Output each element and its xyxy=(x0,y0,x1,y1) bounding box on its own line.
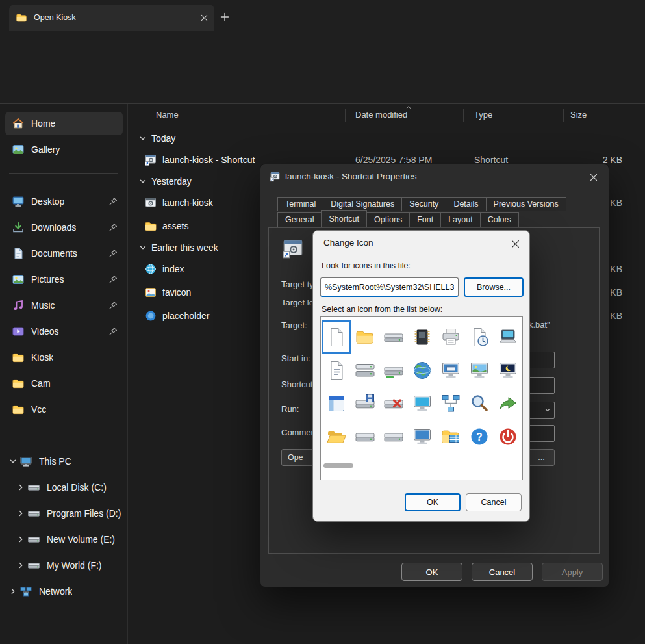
browse-button[interactable]: Browse... xyxy=(464,277,524,297)
sidebar-item-gallery[interactable]: Gallery xyxy=(5,138,123,161)
tab-shortcut[interactable]: Shortcut xyxy=(321,210,367,227)
chevron-right-icon[interactable] xyxy=(17,483,25,491)
icon-cell[interactable] xyxy=(465,387,494,420)
sidebar-item-documents[interactable]: Documents xyxy=(5,242,123,265)
sidebar-item-this-pc[interactable]: This PC xyxy=(5,450,123,473)
shortcut-key-field-fragment[interactable] xyxy=(528,377,555,394)
icon-cell[interactable] xyxy=(379,387,408,420)
column-size[interactable]: Size xyxy=(570,110,587,120)
explorer-tab[interactable]: Open Kiosk xyxy=(9,5,214,31)
chevron-down-icon[interactable] xyxy=(139,177,147,185)
column-divider[interactable] xyxy=(463,109,464,122)
icon-cell[interactable] xyxy=(351,320,379,354)
icon-cell[interactable] xyxy=(322,354,351,387)
icon-cell[interactable] xyxy=(408,387,436,420)
column-name[interactable]: Name xyxy=(156,110,179,120)
ok-button[interactable]: OK xyxy=(405,493,461,511)
cancel-button[interactable]: Cancel xyxy=(466,493,522,511)
chevron-right-icon[interactable] xyxy=(17,509,25,517)
group-label: Today xyxy=(151,133,175,144)
tab-details[interactable]: Details xyxy=(446,197,486,211)
sidebar-item-desktop[interactable]: Desktop xyxy=(5,190,123,213)
chevron-right-icon[interactable] xyxy=(17,535,25,543)
drive-icon xyxy=(27,481,40,494)
close-button[interactable] xyxy=(587,170,601,185)
icon-cell[interactable] xyxy=(351,387,379,420)
comment-field-fragment[interactable] xyxy=(528,425,555,442)
icon-cell[interactable] xyxy=(322,320,351,354)
chevron-down-icon[interactable] xyxy=(139,135,147,142)
sidebar-item-vcc[interactable]: Vcc xyxy=(5,398,123,421)
tab-general[interactable]: General xyxy=(277,212,322,227)
icon-cell[interactable] xyxy=(408,320,436,354)
sidebar-item-my-world-f[interactable]: My World (F:) xyxy=(5,554,123,577)
cancel-button[interactable]: Cancel xyxy=(472,563,533,581)
ok-button[interactable]: OK xyxy=(401,563,462,581)
sidebar-item-pictures[interactable]: Pictures xyxy=(5,268,123,291)
sidebar-item-new-volume-e[interactable]: New Volume (E:) xyxy=(5,528,123,551)
tab-colors[interactable]: Colors xyxy=(480,212,519,227)
chevron-right-icon[interactable] xyxy=(9,587,17,595)
sidebar-item-home[interactable]: Home xyxy=(5,112,123,135)
file-name: launch-kiosk xyxy=(162,198,213,208)
icon-cell[interactable] xyxy=(322,420,351,453)
column-divider[interactable] xyxy=(563,109,564,122)
icon-cell[interactable] xyxy=(494,420,522,453)
icon-cell[interactable] xyxy=(436,354,465,387)
sidebar-item-downloads[interactable]: Downloads xyxy=(5,216,123,239)
icon-cell[interactable] xyxy=(436,387,465,420)
close-button[interactable] xyxy=(507,236,523,251)
icon-cell[interactable] xyxy=(379,354,408,387)
sidebar-item-network[interactable]: Network xyxy=(5,580,123,603)
close-tab-icon[interactable] xyxy=(201,14,208,21)
html-file-icon xyxy=(144,263,157,276)
tab-font[interactable]: Font xyxy=(409,212,441,227)
horizontal-scrollbar-thumb[interactable] xyxy=(323,463,353,468)
icon-cell[interactable] xyxy=(351,354,379,387)
icon-cell[interactable] xyxy=(408,354,436,387)
start-in-field-fragment[interactable] xyxy=(528,352,555,368)
icon-cell[interactable] xyxy=(465,354,494,387)
tab-previous-versions[interactable]: Previous Versions xyxy=(486,197,566,211)
icon-cell[interactable] xyxy=(436,420,465,453)
sidebar-item-program-files-d[interactable]: Program Files (D:) xyxy=(5,502,123,525)
new-tab-button[interactable] xyxy=(216,8,234,26)
icon-cell[interactable] xyxy=(379,320,408,354)
icon-file-path-input[interactable] xyxy=(320,277,459,297)
open-file-location-button-fragment[interactable]: Ope xyxy=(281,449,314,466)
advanced-button-fragment[interactable]: ... xyxy=(528,449,555,466)
group-header-today[interactable]: Today xyxy=(128,129,635,148)
column-type[interactable]: Type xyxy=(474,110,492,120)
tab-terminal[interactable]: Terminal xyxy=(277,197,323,211)
column-divider[interactable] xyxy=(345,109,346,122)
file-name: assets xyxy=(162,221,188,231)
tab-digital-signatures[interactable]: Digital Signatures xyxy=(323,197,402,211)
icon-cell[interactable]: ? xyxy=(465,420,494,453)
icon-cell[interactable] xyxy=(494,387,522,420)
apply-button[interactable]: Apply xyxy=(542,563,603,581)
tab-security[interactable]: Security xyxy=(401,197,446,211)
icon-cell[interactable] xyxy=(436,320,465,354)
icon-cell[interactable] xyxy=(494,320,522,354)
column-divider[interactable] xyxy=(631,109,631,122)
chevron-down-icon[interactable] xyxy=(139,244,147,251)
sidebar-item-local-disk-c[interactable]: Local Disk (C:) xyxy=(5,476,123,499)
icon-cell[interactable] xyxy=(408,420,436,453)
sidebar-item-label: Downloads xyxy=(31,222,76,233)
icon-cell[interactable] xyxy=(465,320,494,354)
icon-cell[interactable] xyxy=(494,354,522,387)
sidebar-item-music[interactable]: Music xyxy=(5,294,123,317)
sidebar-item-cam[interactable]: Cam xyxy=(5,372,123,395)
sidebar-item-label: My World (F:) xyxy=(47,560,102,571)
icon-cell[interactable] xyxy=(351,420,379,453)
icon-cell[interactable] xyxy=(379,420,408,453)
chevron-down-icon[interactable] xyxy=(9,457,17,465)
tab-options[interactable]: Options xyxy=(366,212,410,227)
tab-layout[interactable]: Layout xyxy=(440,212,481,227)
column-date-modified[interactable]: Date modified xyxy=(355,110,407,120)
chevron-right-icon[interactable] xyxy=(17,561,25,569)
icon-cell[interactable] xyxy=(322,387,351,420)
run-dropdown-fragment[interactable] xyxy=(528,402,555,419)
sidebar-item-kiosk[interactable]: Kiosk xyxy=(5,346,123,369)
sidebar-item-videos[interactable]: Videos xyxy=(5,320,123,343)
